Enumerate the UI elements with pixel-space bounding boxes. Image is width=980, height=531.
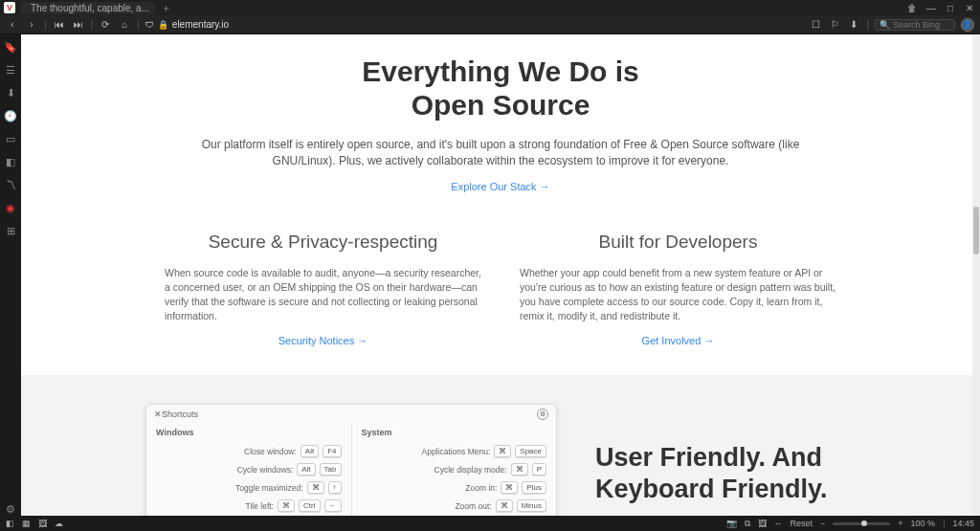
browser-tab[interactable]: The thoughtful, capable, a...: [21, 2, 155, 14]
shortcuts-gear-icon[interactable]: ⚙: [537, 409, 548, 420]
window-panel-icon[interactable]: ◧: [4, 155, 17, 168]
secure-title: Secure & Privacy-respecting: [165, 232, 481, 253]
shortcut-key: ←: [324, 499, 342, 512]
downloads-panel-icon[interactable]: ⬇: [4, 86, 17, 100]
reading-list-icon[interactable]: ☰: [4, 63, 17, 77]
shortcut-key: Minus: [517, 499, 546, 512]
shortcut-label: Toggle maximized:: [235, 483, 302, 493]
page-content: Everything We Do is Open Source Our plat…: [21, 34, 980, 516]
zoom-reset-button[interactable]: Reset: [791, 519, 813, 528]
shortcut-label: Cycle windows:: [237, 465, 294, 475]
secure-body: When source code is available to audit, …: [165, 266, 481, 324]
shortcut-row: Cycle display mode:⌘P: [362, 463, 547, 476]
shortcut-key: ⌘: [494, 445, 511, 457]
flag-icon[interactable]: ⚐: [828, 19, 841, 30]
shortcuts-close-icon[interactable]: ✕: [154, 409, 162, 419]
shortcut-label: Close window:: [244, 447, 297, 456]
pip-icon[interactable]: ⧉: [745, 519, 750, 529]
shortcut-row: Applications Menu:⌘Space: [362, 445, 547, 457]
shortcuts-title: Shortcuts: [162, 409, 198, 419]
shortcut-label: Cycle display mode:: [434, 465, 507, 475]
hero-paragraph: Our platform itself is entirely open sou…: [174, 137, 827, 169]
hero-section: Everything We Do is Open Source Our plat…: [21, 34, 980, 203]
vivaldi-panel-icon[interactable]: ◉: [4, 201, 17, 214]
history-panel-icon[interactable]: 🕘: [4, 109, 17, 122]
bookmark-icon[interactable]: ☐: [809, 19, 822, 30]
maximize-button[interactable]: □: [944, 3, 957, 13]
reload-button[interactable]: ⟳: [99, 19, 112, 30]
minimize-button[interactable]: —: [924, 3, 938, 13]
window-titlebar: V The thoughtful, capable, a... ＋ 🗑 — □ …: [0, 0, 980, 15]
zoom-out-button[interactable]: −: [820, 519, 825, 528]
shortcut-key: ⌘: [278, 499, 295, 512]
security-notices-link[interactable]: Security Notices →: [165, 335, 481, 346]
shortcut-key: ⌘: [501, 481, 518, 494]
chart-panel-icon[interactable]: 〽: [4, 178, 17, 191]
scrollbar-thumb[interactable]: [973, 207, 979, 254]
notes-panel-icon[interactable]: ▭: [4, 132, 17, 145]
close-window-button[interactable]: ✕: [963, 3, 976, 13]
developers-title: Built for Developers: [520, 232, 836, 253]
zoom-slider[interactable]: [833, 522, 890, 525]
images-icon[interactable]: 🖼: [38, 519, 47, 528]
shortcut-key: F4: [323, 445, 341, 457]
browser-toolbar: ‹ › | ⏮ ⏭ | ⟳ ⌂ | 🛡 🔒 elementary.io ☐ ⚐ …: [0, 15, 980, 34]
capture-icon[interactable]: 📷: [726, 519, 737, 528]
shortcut-row: Toggle maximized:⌘↑: [156, 481, 342, 494]
shortcut-label: Tile left:: [246, 501, 274, 511]
secure-column: Secure & Privacy-respecting When source …: [165, 232, 481, 347]
tab-title: The thoughtful, capable, a...: [31, 3, 149, 13]
new-tab-button[interactable]: ＋: [161, 1, 171, 15]
bookmarks-panel-icon[interactable]: 🔖: [4, 40, 17, 54]
nav-forward-button[interactable]: ›: [25, 19, 38, 30]
address-bar[interactable]: 🛡 🔒 elementary.io: [145, 19, 229, 30]
shortcut-label: Zoom in:: [465, 483, 497, 493]
shortcut-key: Space: [515, 445, 546, 457]
keyboard-hero: User Friendly. And Keyboard Friendly.: [557, 404, 980, 504]
shield-icon: 🛡: [145, 20, 154, 30]
shortcuts-system-col: System Applications Menu:⌘SpaceCycle dis…: [351, 424, 557, 516]
download-icon[interactable]: ⬇: [847, 19, 860, 30]
home-button[interactable]: ⌂: [118, 19, 131, 30]
developers-column: Built for Developers Whether your app co…: [520, 232, 836, 347]
shortcut-row: Zoom out:⌘Minus: [362, 499, 547, 512]
shortcut-key: ⌘: [307, 481, 324, 494]
add-panel-icon[interactable]: ⊞: [4, 224, 17, 237]
zoom-level: 100 %: [911, 519, 936, 528]
page-actions-icon[interactable]: 🖼: [758, 519, 767, 528]
search-icon: 🔍: [880, 20, 890, 30]
features-columns: Secure & Privacy-respecting When source …: [21, 203, 980, 376]
nav-back-button[interactable]: ‹: [6, 19, 19, 30]
shortcut-row: Cycle windows:AltTab: [156, 463, 342, 476]
zoom-in-button[interactable]: +: [898, 519, 902, 528]
vertical-scrollbar[interactable]: [972, 34, 980, 516]
tiling-icon[interactable]: ▦: [22, 519, 31, 528]
zoom-slider-thumb[interactable]: [861, 520, 867, 526]
shortcut-key: Alt: [301, 445, 319, 457]
settings-panel-icon[interactable]: ⚙: [4, 502, 17, 516]
search-input[interactable]: [893, 20, 950, 30]
ruler-icon[interactable]: ↔: [774, 519, 783, 528]
shortcut-label: Applications Menu:: [421, 447, 490, 456]
shortcut-row: Zoom in:⌘Plus: [362, 481, 547, 494]
nav-rewind-button[interactable]: ⏮: [53, 19, 66, 30]
explore-stack-link[interactable]: Explore Our Stack →: [451, 181, 549, 192]
shortcut-key: ↑: [328, 481, 342, 494]
shortcut-key: Tab: [320, 463, 342, 476]
profile-avatar-icon[interactable]: 👤: [961, 18, 974, 32]
get-involved-link[interactable]: Get Involved →: [520, 335, 836, 346]
clock: 14:45: [952, 519, 974, 528]
lock-icon: 🔒: [158, 20, 168, 30]
shortcuts-windows-header: Windows: [156, 428, 342, 437]
shortcut-label: Zoom out:: [455, 501, 491, 511]
shortcut-row: Close window:AltF4: [156, 445, 342, 457]
trash-icon[interactable]: 🗑: [905, 3, 919, 13]
panel-toggle-icon[interactable]: ◧: [6, 519, 14, 528]
browser-statusbar: ◧ ▦ 🖼 ☁ 📷 ⧉ 🖼 ↔ Reset − + 100 % | 14:45: [0, 516, 980, 531]
sync-icon[interactable]: ☁: [55, 519, 63, 528]
shortcut-key: ⌘: [511, 463, 528, 476]
nav-fastforward-button[interactable]: ⏭: [72, 19, 85, 30]
search-field[interactable]: 🔍: [875, 19, 955, 31]
hero-title: Everything We Do is Open Source: [174, 55, 827, 122]
keyboard-section: ✕ Shortcuts ⚙ Windows Close window:AltF4…: [21, 375, 980, 516]
